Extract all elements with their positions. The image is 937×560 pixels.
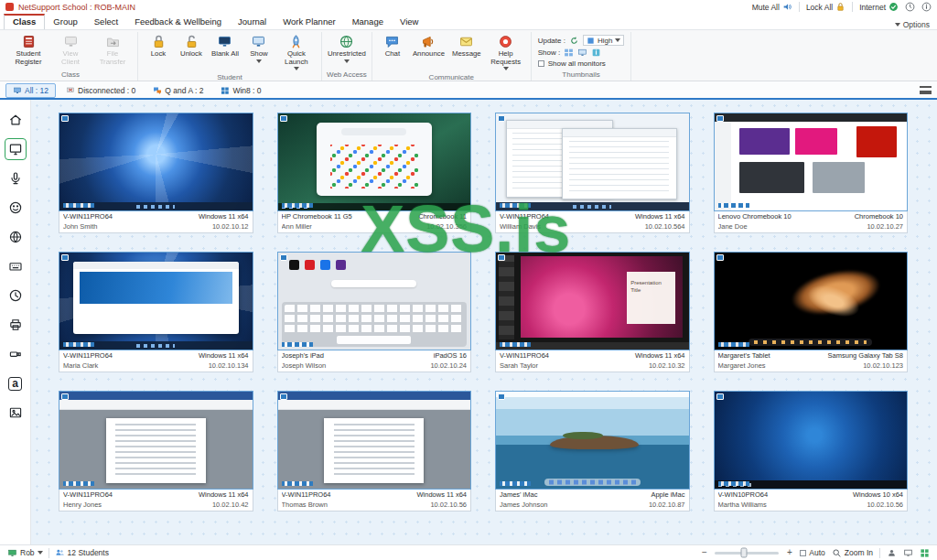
zoom-slider-thumb[interactable]	[740, 548, 747, 558]
chevron-down-icon	[38, 551, 43, 555]
user-name: Martha Williams	[718, 501, 767, 511]
thumbnail-label: V-WIN11PRO64Windows 11 x64 Maria Clark10…	[59, 350, 253, 372]
printer-icon	[8, 318, 23, 332]
sidebar-item-web-control[interactable]	[5, 226, 27, 248]
file-transfer-button[interactable]: File Transfer	[92, 32, 133, 68]
user-view-icon[interactable]	[887, 548, 897, 558]
info-icon[interactable]	[921, 2, 932, 12]
auto-checkbox[interactable]	[800, 550, 806, 556]
tab-list-menu-icon[interactable]	[920, 86, 932, 94]
menu-select[interactable]: Select	[86, 15, 126, 29]
quality-dropdown[interactable]: High	[583, 35, 624, 46]
thumbnail-view: XSS.is V-WIN11PRO64Windows 11 x64 John S…	[31, 100, 937, 544]
zoom-in-step-button[interactable]: +	[785, 548, 793, 557]
unrestricted-label: Unrestricted	[328, 50, 366, 59]
sidebar-item-audio[interactable]	[5, 167, 27, 189]
thumbnail-screen	[714, 113, 909, 211]
sidebar-item-lesson-timer[interactable]	[5, 285, 27, 307]
tab-all[interactable]: All : 12	[5, 83, 56, 98]
unrestricted-button[interactable]: Unrestricted	[327, 32, 367, 65]
show-all-monitors-checkbox[interactable]	[538, 60, 544, 67]
chevron-down-icon	[344, 59, 350, 63]
zoom-slider[interactable]	[715, 552, 779, 555]
lock-button[interactable]: Lock	[143, 32, 174, 60]
quick-launch-button[interactable]: Quick Launch	[276, 32, 317, 72]
student-thumbnail[interactable]: Presentation Title V-WIN11PRO64Windows 1…	[495, 252, 690, 372]
grid-layout-icon[interactable]	[920, 548, 930, 558]
chat-button[interactable]: Chat	[377, 32, 408, 60]
student-thumbnail[interactable]: V-WIN11PRO64Windows 11 x64 Henry Jones10…	[59, 391, 253, 512]
menu-class[interactable]: Class	[4, 14, 45, 29]
internet-status[interactable]: Internet	[859, 2, 899, 12]
update-label: Update :	[538, 37, 565, 45]
sidebar-item-print[interactable]	[5, 314, 27, 336]
student-thumbnail[interactable]: V-WIN10PRO64Windows 10 x64 Martha Willia…	[714, 391, 909, 512]
thumbnail-label: HP Chromebook 11 G5Chromebook 11 Ann Mil…	[277, 211, 472, 233]
announce-button[interactable]: Announce	[410, 32, 447, 60]
student-thumbnail[interactable]: Margaret's TabletSamsung Galaxy Tab S8 M…	[714, 252, 909, 372]
menu-journal[interactable]: Journal	[230, 15, 275, 29]
page-tile	[739, 128, 790, 155]
sidebar-item-applications[interactable]: a	[5, 372, 27, 394]
student-thumbnail[interactable]: James' iMacApple iMac James Johnson10.02…	[495, 391, 690, 512]
sidebar-item-devices[interactable]	[5, 343, 27, 365]
auto-size-toggle[interactable]: Auto	[800, 548, 825, 557]
options-button[interactable]: Options	[895, 20, 933, 29]
page-tile	[739, 162, 805, 193]
student-thumbnail[interactable]: Lenovo Chromebook 10Chromebook 10 Jane D…	[714, 113, 909, 233]
lock-all-button[interactable]: Lock All	[806, 2, 845, 12]
os-label: Windows 11 x64	[199, 490, 248, 501]
ip-address: 10.02.10.123	[863, 361, 903, 372]
student-thumbnail[interactable]: HP Chromebook 11 G5Chromebook 11 Ann Mil…	[277, 113, 472, 233]
ribbon-group-communicate: Chat Announce Message Help Requests Comm…	[372, 32, 532, 81]
zoom-out-button[interactable]: −	[700, 548, 708, 557]
clock-icon[interactable]	[905, 2, 915, 12]
sidebar-item-wellbeing[interactable]	[5, 197, 27, 219]
menu-group[interactable]: Group	[45, 15, 85, 29]
monitor-view-icon[interactable]	[903, 548, 913, 558]
student-thumbnail[interactable]: Joseph's iPadiPadOS 16 Joseph Wilson10.0…	[277, 252, 472, 372]
student-thumbnail[interactable]: V-WIN11PRO64Windows 11 x64 Thomas Brown1…	[277, 391, 472, 512]
mute-all-button[interactable]: Mute All	[752, 2, 792, 12]
sidebar-item-whiteboard[interactable]	[5, 402, 27, 424]
tab-disconnected[interactable]: Disconnected : 0	[59, 83, 143, 98]
student-thumbnail[interactable]: V-WIN11PRO64Windows 11 x64 Maria Clark10…	[59, 252, 253, 372]
ip-address: 10.02.10.56	[867, 501, 903, 511]
student-thumbnail[interactable]: V-WIN11PRO64Windows 11 x64 John Smith10.…	[59, 113, 253, 233]
tab-win8[interactable]: Win8 : 0	[213, 83, 268, 98]
user-name: John Smith	[63, 222, 98, 232]
os-label: Samsung Galaxy Tab S8	[828, 351, 903, 361]
menu-manage[interactable]: Manage	[344, 15, 392, 29]
student-register-button[interactable]: Student Register	[8, 32, 48, 68]
info-badge-icon[interactable]	[591, 48, 601, 58]
tab-q-and-a[interactable]: Q and A : 2	[145, 83, 210, 98]
ip-address: 10.02.10.134	[209, 361, 249, 372]
menu-feedback-wellbeing[interactable]: Feedback & Wellbeing	[126, 15, 230, 29]
browser-bar	[715, 113, 908, 122]
student-thumbnail[interactable]: V-WIN11PRO64Windows 11 x64 William Davis…	[495, 113, 690, 233]
os-label: Windows 11 x64	[635, 212, 684, 222]
ribbon: Student Register View Client File Transf…	[0, 30, 937, 81]
monitor-badge-icon[interactable]	[577, 48, 587, 58]
menu-view[interactable]: View	[392, 15, 426, 29]
client-icon	[280, 115, 287, 122]
blank-all-button[interactable]: Blank All	[209, 32, 242, 60]
sidebar-item-surveys[interactable]	[5, 255, 27, 277]
view-client-button[interactable]: View Client	[50, 32, 91, 68]
disconnected-icon	[66, 86, 75, 95]
sidebar-item-home[interactable]	[5, 109, 27, 131]
word-ribbon	[59, 400, 253, 410]
zoom-in-mode-button[interactable]: Zoom In	[832, 548, 873, 558]
help-ring-icon	[498, 34, 513, 49]
refresh-icon[interactable]	[569, 36, 579, 46]
console-user-button[interactable]: Rob	[7, 548, 43, 558]
show-button[interactable]: Show	[243, 32, 275, 65]
unlock-button[interactable]: Unlock	[176, 32, 207, 60]
thumbnail-badges	[716, 480, 751, 487]
thumb-view-icon[interactable]	[564, 48, 574, 58]
sidebar-item-thumbnails[interactable]	[5, 138, 27, 160]
menu-work-planner[interactable]: Work Planner	[275, 15, 343, 29]
message-button[interactable]: Message	[449, 32, 484, 60]
help-requests-button[interactable]: Help Requests	[486, 32, 526, 72]
word-titlebar	[59, 392, 253, 400]
